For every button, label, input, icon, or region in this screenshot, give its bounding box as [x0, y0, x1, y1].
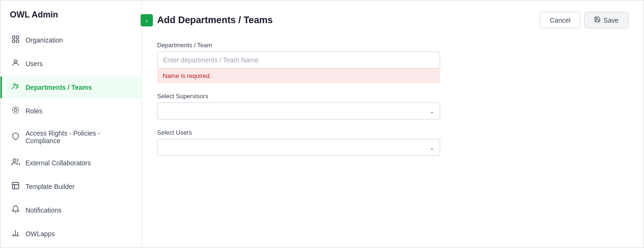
- dept-team-group: Departments / Team Name is required.: [157, 42, 440, 83]
- supervisors-select-wrapper: ⌄: [157, 103, 440, 120]
- sidebar-item-label: OWLapps: [25, 230, 55, 238]
- sidebar-item-external-collaborators[interactable]: External Collaborators: [0, 152, 142, 174]
- sidebar-item-label: Notifications: [25, 206, 61, 214]
- chart-icon: [11, 229, 20, 239]
- sidebar-item-label: Template Builder: [25, 183, 75, 190]
- sidebar-item-users[interactable]: Users: [0, 53, 142, 75]
- save-label: Save: [603, 17, 619, 24]
- cancel-button[interactable]: Cancel: [540, 12, 580, 28]
- sidebar-item-audit-logs[interactable]: Audit Logs: [0, 247, 142, 248]
- sidebar-item-template-builder[interactable]: Template Builder: [0, 176, 142, 197]
- sidebar-item-label: Roles: [25, 107, 42, 115]
- svg-point-4: [14, 60, 17, 63]
- page-title: Add Departments / Teams: [157, 15, 273, 26]
- svg-rect-10: [12, 182, 19, 189]
- save-button[interactable]: Save: [584, 12, 628, 28]
- sidebar-item-roles[interactable]: Roles: [0, 100, 142, 122]
- sidebar-item-access-rights[interactable]: Access Rights - Policies - Compliance: [0, 124, 142, 150]
- svg-point-7: [14, 109, 17, 111]
- add-dept-form: Departments / Team Name is required. Sel…: [157, 42, 440, 165]
- svg-point-5: [14, 84, 16, 86]
- sidebar-item-label: Access Rights - Policies - Compliance: [25, 129, 132, 145]
- sidebar-item-departments-teams[interactable]: Departments / Teams: [0, 77, 142, 98]
- sidebar-item-label: External Collaborators: [25, 159, 91, 167]
- svg-rect-3: [17, 40, 19, 43]
- svg-point-9: [13, 159, 16, 162]
- bell-icon: [11, 205, 20, 215]
- users-select[interactable]: [157, 139, 440, 156]
- dept-icon: [11, 82, 20, 93]
- dept-team-input[interactable]: [157, 51, 440, 68]
- main-content: Add Departments / Teams Cancel Save Depa…: [142, 0, 644, 248]
- org-icon: [11, 35, 20, 45]
- roles-icon: [11, 106, 20, 116]
- sidebar-item-owlapps[interactable]: OWLapps: [0, 223, 142, 245]
- users-label: Select Users: [157, 129, 440, 136]
- svg-point-6: [17, 85, 19, 87]
- supervisors-label: Select Supervisors: [157, 93, 440, 100]
- supervisors-select[interactable]: [157, 103, 440, 120]
- sidebar-collapse-button[interactable]: ‹: [141, 14, 153, 26]
- dept-team-label: Departments / Team: [157, 42, 440, 49]
- sidebar: OWL Admin Organization Users Departments…: [0, 0, 142, 248]
- users-select-wrapper: ⌄: [157, 139, 440, 156]
- header-actions: Cancel Save: [540, 12, 628, 28]
- sidebar-item-notifications[interactable]: Notifications: [0, 199, 142, 221]
- collab-icon: [11, 158, 20, 168]
- sidebar-item-label: Departments / Teams: [25, 84, 92, 91]
- user-icon: [11, 59, 20, 69]
- sidebar-title: OWL Admin: [0, 6, 142, 27]
- svg-rect-2: [12, 40, 15, 43]
- sidebar-item-label: Users: [25, 60, 43, 68]
- dept-team-error: Name is required.: [157, 68, 440, 83]
- users-group: Select Users ⌄: [157, 129, 440, 156]
- svg-point-8: [12, 107, 19, 113]
- supervisors-group: Select Supervisors ⌄: [157, 93, 440, 120]
- shield-icon: [11, 132, 20, 142]
- sidebar-item-organization[interactable]: Organization: [0, 29, 142, 51]
- svg-rect-1: [17, 36, 19, 38]
- svg-rect-0: [12, 36, 15, 38]
- template-icon: [11, 181, 20, 192]
- page-header: Add Departments / Teams Cancel Save: [157, 12, 628, 28]
- save-icon: [594, 16, 601, 24]
- sidebar-item-label: Organization: [25, 36, 63, 44]
